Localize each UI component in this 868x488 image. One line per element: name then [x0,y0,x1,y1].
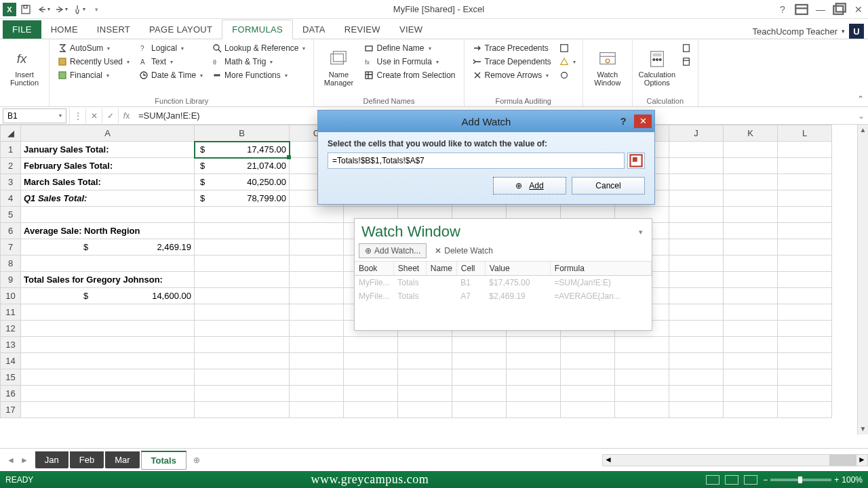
cell[interactable]: $ 2,469.19 [21,239,195,256]
addin-badge[interactable]: U [849,24,864,39]
sheet-tab-totals[interactable]: Totals [141,451,186,470]
row-header[interactable]: 9 [1,272,21,288]
watch-row[interactable]: MyFile...TotalsA7$2,469.19=AVERAGE(Jan..… [355,289,652,303]
row-header[interactable]: 17 [1,402,21,418]
new-sheet-icon[interactable]: ⊕ [188,455,205,465]
tab-page-layout[interactable]: PAGE LAYOUT [140,20,222,39]
col-sheet[interactable]: Sheet [393,262,426,276]
row-header[interactable]: 5 [1,207,21,223]
col-header-A[interactable]: A [21,125,195,142]
row-header[interactable]: 11 [1,304,21,321]
close-icon[interactable]: ✕ [849,2,868,17]
add-watch-toolbar-button[interactable]: ⊕Add Watch... [359,243,427,258]
calculate-sheet-icon[interactable] [680,56,692,68]
row-header[interactable]: 7 [1,239,21,256]
financial-button[interactable]: Financial▾ [55,69,132,81]
autosum-button[interactable]: AutoSum▾ [55,42,132,54]
watch-row[interactable]: MyFile...TotalsB1$17,475.00=SUM(Jan!E:E) [355,276,652,290]
dialog-close-icon[interactable]: ✕ [634,115,652,128]
name-manager-button[interactable]: Name Manager [319,42,357,94]
watch-range-input[interactable] [328,152,625,169]
col-header-B[interactable]: B [195,125,290,142]
qat-customize-icon[interactable]: ▾ [88,2,104,17]
evaluate-formula-icon[interactable] [558,69,577,81]
expand-formula-bar-icon[interactable]: ⌄ [854,111,868,121]
cell[interactable]: Q1 Sales Total: [21,190,195,207]
define-name-button[interactable]: Define Name▾ [361,42,458,54]
normal-view-icon[interactable] [706,475,719,485]
col-value[interactable]: Value [485,262,550,276]
cancel-formula-icon[interactable]: ✕ [85,108,102,123]
fx-icon[interactable]: fx [118,108,134,123]
redo-icon[interactable]: ▾ [53,2,69,17]
cell[interactable]: Total Sales for Gregory Johnson: [21,272,195,288]
row-header[interactable]: 1 [1,142,21,158]
remove-arrows-button[interactable]: Remove Arrows▾ [470,69,554,81]
row-header[interactable]: 15 [1,369,21,386]
row-header[interactable]: 2 [1,158,21,174]
cell[interactable]: 78,799.00 [195,190,290,207]
cancel-button[interactable]: Cancel [572,177,645,195]
zoom-slider[interactable]: −+100% [763,475,863,485]
restore-icon[interactable] [830,2,849,17]
tab-view[interactable]: VIEW [390,20,432,39]
sheet-tab-mar[interactable]: Mar [105,451,139,468]
sheet-nav-prev-icon[interactable]: ◄ [7,455,15,465]
math-trig-button[interactable]: θMath & Trig▾ [210,56,308,68]
col-header-L[interactable]: L [778,125,832,142]
error-checking-icon[interactable]: ▾ [558,56,577,68]
col-book[interactable]: Book [355,262,393,276]
tab-formulas[interactable]: FORMULAS [222,20,293,39]
row-header[interactable]: 6 [1,223,21,239]
tab-file[interactable]: FILE [3,20,41,39]
row-header[interactable]: 16 [1,386,21,402]
tab-insert[interactable]: INSERT [87,20,140,39]
row-header[interactable]: 8 [1,256,21,272]
cell[interactable]: 40,250.00 [195,174,290,190]
horizontal-scrollbar[interactable]: ◄► [602,454,868,466]
cell[interactable]: January Sales Total: [21,142,195,158]
trace-precedents-button[interactable]: Trace Precedents [470,42,554,54]
collapse-ribbon-icon[interactable]: ⌃ [857,94,864,104]
dialog-help-icon[interactable]: ? [615,113,631,129]
undo-icon[interactable]: ▾ [35,2,52,17]
tab-home[interactable]: HOME [41,20,87,39]
row-header[interactable]: 3 [1,174,21,190]
date-time-button[interactable]: Date & Time▾ [136,69,205,81]
row-header[interactable]: 14 [1,353,21,369]
pane-options-icon[interactable]: ▾ [639,228,645,237]
cell[interactable]: $ 14,600.00 [21,288,195,304]
cell[interactable]: Average Sale: North Region [21,223,195,239]
text-button[interactable]: AText▾ [136,56,205,68]
col-cell[interactable]: Cell [456,262,485,276]
watch-window-button[interactable]: Watch Window [589,42,627,94]
sheet-tab-jan[interactable]: Jan [35,451,68,468]
sheet-nav-next-icon[interactable]: ► [20,455,28,465]
sheet-tab-feb[interactable]: Feb [70,451,104,468]
row-header[interactable]: 12 [1,321,21,337]
recently-used-button[interactable]: Recently Used▾ [55,56,132,68]
save-icon[interactable] [18,2,34,17]
calculation-options-button[interactable]: Calculation Options [638,42,676,94]
add-button[interactable]: ⊕Add [493,177,566,195]
col-header-K[interactable]: K [724,125,778,142]
formula-bar-menu-icon[interactable]: ⋮ [69,108,85,123]
cell[interactable]: 21,074.00 [195,158,290,174]
logical-button[interactable]: ?Logical▾ [136,42,205,54]
cell-selected[interactable]: 17,475.00 [195,142,290,158]
page-break-view-icon[interactable] [744,475,757,485]
page-layout-view-icon[interactable] [725,475,738,485]
row-header[interactable]: 4 [1,190,21,207]
col-header-J[interactable]: J [669,125,724,142]
name-box[interactable]: B1▾ [3,108,66,123]
row-header[interactable]: 10 [1,288,21,304]
range-picker-icon[interactable] [627,152,645,169]
more-functions-button[interactable]: More Functions▾ [210,69,308,81]
dialog-titlebar[interactable]: Add Watch ? ✕ [318,110,654,132]
row-header[interactable]: 13 [1,337,21,353]
trace-dependents-button[interactable]: Trace Dependents [470,56,554,68]
ribbon-options-icon[interactable] [792,2,811,17]
cell[interactable]: March Sales Total: [21,174,195,190]
col-formula[interactable]: Formula [550,262,651,276]
use-in-formula-button[interactable]: fxUse in Formula▾ [361,56,458,68]
